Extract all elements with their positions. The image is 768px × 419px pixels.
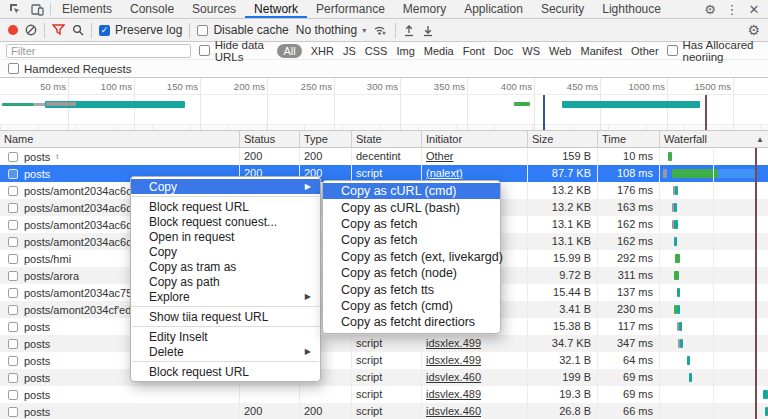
tab-application[interactable]: Application [455,0,532,18]
search-icon[interactable] [72,24,84,36]
settings-gear-icon[interactable]: ⚙ [700,2,720,17]
pill-font[interactable]: Font [463,45,485,57]
pill-doc[interactable]: Doc [494,45,514,57]
disable-cache-checkbox[interactable]: Disable cache [197,23,288,37]
pill-all[interactable]: All [277,44,301,58]
column-header-type[interactable]: Type [300,131,352,147]
column-header-initiator[interactable]: Initiator [422,131,528,147]
network-settings-gear-icon[interactable]: ⚙ [747,22,760,38]
network-conditions-wifi-icon[interactable] [373,24,388,36]
table-row[interactable]: postsscriptidsxlex.49932.1 B64 ms [0,352,768,369]
column-header-time[interactable]: Time [598,131,660,147]
table-row[interactable]: postsscriptidsvlex.48919.3 B69 ms [0,386,768,403]
pill-other[interactable]: Other [631,45,659,57]
copy-submenu: Copy as cURL (cmd)Copy as cURL (bash)Cop… [322,180,501,334]
inspect-cursor-icon[interactable] [4,0,26,18]
table-row[interactable]: postst200200decentintOther159 B10 ms [0,148,768,165]
submenu-item-copy-as-curl-bash[interactable]: Copy as cURL (bash) [323,199,500,215]
column-header-size[interactable]: Size [528,131,598,147]
preserve-log-checkbox[interactable]: ✓ Preserve log [99,23,182,37]
checkbox-checked-icon: ✓ [99,25,110,36]
tab-console[interactable]: Console [121,0,183,18]
menu-item-open-in-request[interactable]: Open in request [131,229,320,244]
menu-item-delete[interactable]: Delete▶ [131,344,320,359]
column-header-status[interactable]: Status [240,131,300,147]
waterfall-bar [674,237,677,246]
tab-sources[interactable]: Sources [183,0,245,18]
initiator-link[interactable]: Other [422,148,528,165]
menu-item-show-tiia-request-url[interactable]: Show tiia request URL [131,309,320,324]
tab-memory[interactable]: Memory [394,0,455,18]
initiator-link[interactable]: idsvlex.489 [422,386,528,403]
type-cell: 200 [300,403,352,419]
table-row[interactable]: posts200200scriptidsvlex.46026.8 B66 ms [0,403,768,419]
filter-funnel-icon[interactable] [52,24,65,36]
overview-tick-label: 1000 ms [629,81,665,92]
context-menu: Copy▶Block request URLBlock request conu… [130,176,321,382]
type-cell [300,386,352,403]
name-cell: posts [0,386,240,403]
submenu-item-copy-as-fetch[interactable]: Copy as fetch [323,232,500,248]
submenu-item-copy-as-fetch[interactable]: Copy as fetch [323,216,500,232]
request-name: posts/hmi [24,252,71,266]
tab-network[interactable]: Network [245,0,307,18]
pill-css[interactable]: CSS [365,45,388,57]
filter-input[interactable] [6,44,191,58]
import-har-icon[interactable] [403,24,415,37]
time-cell: 162 ms [598,233,660,250]
tab-performance[interactable]: Performance [307,0,394,18]
pill-img[interactable]: Img [396,45,414,57]
close-icon[interactable]: ✕ [744,2,764,17]
initiator-link[interactable]: idsvlex.460 [422,369,528,386]
table-row[interactable]: postsscriptidsvlex.460199 B69 ms [0,369,768,386]
column-header-name[interactable]: Name [0,131,240,147]
export-har-icon[interactable] [422,24,434,37]
submenu-item-copy-as-fetch-node[interactable]: Copy as fetch (node) [323,265,500,281]
pill-media[interactable]: Media [424,45,454,57]
pill-ws[interactable]: WS [522,45,540,57]
submenu-item-copy-as-fetch-tts[interactable]: Copy as fetch tts [323,281,500,297]
hide-data-urls-checkbox[interactable]: Hide data URLs [199,39,270,63]
record-button[interactable] [8,25,18,35]
menu-item-copy-as-path[interactable]: Copy as path [131,274,320,289]
submenu-item-copy-as-curl-cmd[interactable]: Copy as cURL (cmd) [323,183,500,199]
table-row[interactable]: postsscriptidsxlex.49934.7 KB347 ms [0,335,768,352]
submenu-item-copy-as-fetcht-directiors[interactable]: Copy as fetcht directiors [323,314,500,330]
initiator-link[interactable]: idsxlex.499 [422,352,528,369]
overview-tick-label: 450 ms [567,81,598,92]
menu-item-label: Edity Inselt [149,330,208,344]
throttling-select[interactable]: No thothing ▾ [296,23,366,37]
size-cell: 15.44 B [528,284,598,301]
kebab-menu-icon[interactable]: ⋮ [722,2,742,17]
menu-item-block-request-conuest[interactable]: Block request conuest... [131,214,320,229]
waterfall-bar [677,288,680,297]
menu-item-block-request-url[interactable]: Block request URL [131,364,320,379]
submenu-item-label: Copy as fetch [341,217,417,231]
inverted-requests-checkbox[interactable]: Hamdexed Requests [8,63,131,75]
menu-item-copy[interactable]: Copy [131,244,320,259]
time-cell: 163 ms [598,199,660,216]
tab-elements[interactable]: Elements [53,0,121,18]
overview-timeline[interactable]: 50 ms100 ms150 ms200 ms250 ms300 ms350 m… [0,78,768,131]
waterfall-cell [660,318,768,335]
menu-item-explore[interactable]: Explore▶ [131,289,320,304]
pill-js[interactable]: JS [343,45,356,57]
initiator-link[interactable]: idsxlex.499 [422,335,528,352]
pill-web[interactable]: Web [549,45,571,57]
initiator-link[interactable]: idsvlex.460 [422,403,528,419]
menu-item-copy[interactable]: Copy▶ [131,179,320,194]
tab-security[interactable]: Security [532,0,593,18]
menu-item-edity-inselt[interactable]: Edity Inselt [131,329,320,344]
menu-item-copy-as-tram-as[interactable]: Copy as tram as [131,259,320,274]
pill-xhr[interactable]: XHR [311,45,334,57]
clear-button[interactable] [25,24,37,36]
column-header-state[interactable]: State [352,131,422,147]
submenu-item-copy-as-fetch-ext-livekargd[interactable]: Copy as fetch (ext, livekargd) [323,249,500,265]
menu-item-block-request-url[interactable]: Block request URL [131,199,320,214]
pill-manifest[interactable]: Manifest [580,45,622,57]
device-toolbar-icon[interactable] [26,0,48,18]
blocked-cookies-checkbox[interactable]: Has Allocared neoriing [667,39,762,63]
column-header-waterfall[interactable]: Waterfall ▲ [660,131,768,147]
tab-lighthouce[interactable]: Lighthouce [593,0,670,18]
submenu-item-copy-as-fetch-cmd[interactable]: Copy as fetch (cmd) [323,298,500,314]
